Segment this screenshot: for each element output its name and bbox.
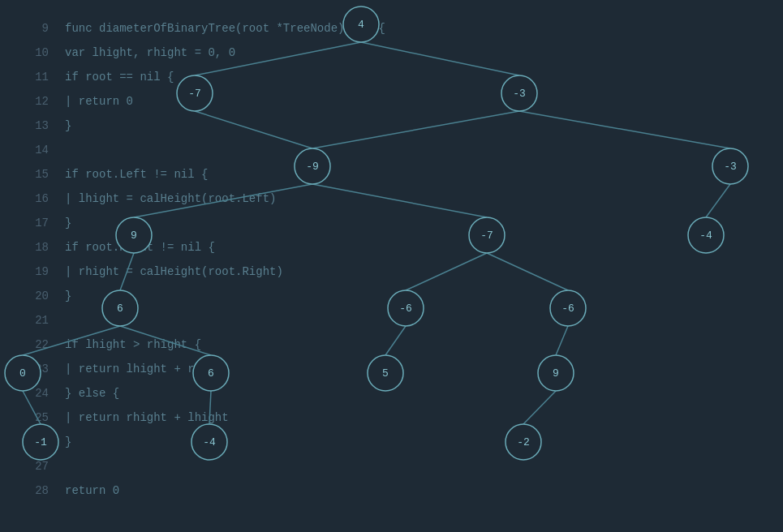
tree-node: -7 xyxy=(469,217,505,253)
tree-edge xyxy=(487,253,568,290)
node-label: -3 xyxy=(513,88,526,100)
tree-node: 5 xyxy=(368,355,403,391)
tree-node: -6 xyxy=(550,290,586,326)
node-label: 9 xyxy=(131,230,137,242)
tree-edge xyxy=(519,111,730,148)
tree-node: 9 xyxy=(538,355,574,391)
tree-edge xyxy=(209,391,211,424)
node-label: -6 xyxy=(561,302,574,315)
tree-node: -2 xyxy=(506,424,541,460)
tree-node: 9 xyxy=(116,217,152,253)
tree-edge xyxy=(312,184,487,217)
tree-node: -3 xyxy=(501,75,537,111)
node-label: -4 xyxy=(699,230,712,242)
tree-edge xyxy=(406,253,487,290)
tree-node: -3 xyxy=(712,148,748,184)
node-label: -6 xyxy=(399,302,412,315)
node-label: -1 xyxy=(34,436,47,448)
node-label: 6 xyxy=(208,367,214,380)
tree-edge xyxy=(523,391,556,424)
node-label: -4 xyxy=(203,436,216,448)
node-label: -3 xyxy=(724,161,737,173)
tree-node: -6 xyxy=(388,290,424,326)
tree-edge xyxy=(23,391,41,424)
node-label: -9 xyxy=(306,161,319,173)
tree-node: -4 xyxy=(191,424,227,460)
tree-edge xyxy=(120,253,134,290)
tree-edge xyxy=(134,184,312,217)
tree-edge xyxy=(120,326,211,355)
tree-node: -7 xyxy=(177,75,213,111)
node-label: 4 xyxy=(358,19,364,31)
tree-node: 6 xyxy=(193,355,229,391)
tree-edge xyxy=(385,326,406,355)
tree-node: 6 xyxy=(102,290,138,326)
tree-edge xyxy=(195,42,361,75)
tree-node: -9 xyxy=(295,148,330,184)
tree-node: -1 xyxy=(23,424,58,460)
tree-node: 0 xyxy=(5,355,41,391)
node-label: 6 xyxy=(117,302,123,315)
tree-edge xyxy=(706,184,730,217)
tree-visualization: 4-7-3-9-39-7-46-6-60659-1-4-2 xyxy=(0,0,783,532)
node-label: 5 xyxy=(382,367,389,380)
tree-edge xyxy=(312,111,519,148)
tree-node: 4 xyxy=(343,6,379,42)
node-label: -7 xyxy=(480,230,493,242)
node-label: 0 xyxy=(19,367,26,380)
node-label: 9 xyxy=(553,367,559,380)
tree-edge xyxy=(361,42,519,75)
tree-node: -4 xyxy=(688,217,724,253)
tree-edge xyxy=(556,326,568,355)
tree-edge xyxy=(23,326,120,355)
tree-edge xyxy=(195,111,312,148)
node-label: -2 xyxy=(517,436,530,448)
node-label: -7 xyxy=(188,88,201,100)
